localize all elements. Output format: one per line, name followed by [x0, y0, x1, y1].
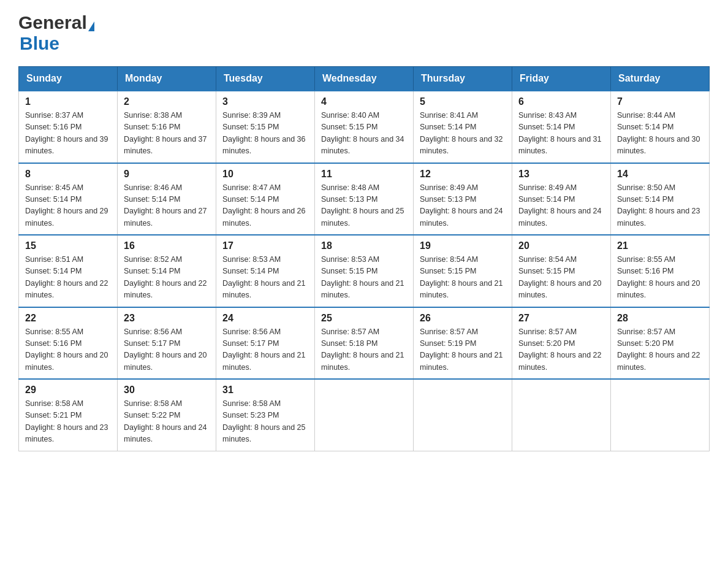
day-sun-info: Sunrise: 8:48 AMSunset: 5:13 PMDaylight:…	[321, 182, 407, 230]
weekday-header-thursday: Thursday	[414, 67, 512, 91]
day-number: 18	[321, 240, 407, 251]
logo-general: General	[18, 12, 87, 33]
calendar-cell-week4-day1: 22Sunrise: 8:55 AMSunset: 5:16 PMDayligh…	[19, 307, 118, 380]
day-sun-info: Sunrise: 8:46 AMSunset: 5:14 PMDaylight:…	[124, 182, 210, 230]
day-number: 15	[25, 240, 111, 251]
day-sun-info: Sunrise: 8:57 AMSunset: 5:18 PMDaylight:…	[321, 326, 407, 374]
day-sun-info: Sunrise: 8:40 AMSunset: 5:15 PMDaylight:…	[321, 110, 407, 158]
day-sun-info: Sunrise: 8:41 AMSunset: 5:14 PMDaylight:…	[420, 110, 506, 158]
calendar-cell-week2-day4: 11Sunrise: 8:48 AMSunset: 5:13 PMDayligh…	[315, 163, 414, 236]
day-sun-info: Sunrise: 8:50 AMSunset: 5:14 PMDaylight:…	[617, 182, 703, 230]
week-row-3: 15Sunrise: 8:51 AMSunset: 5:14 PMDayligh…	[19, 235, 710, 307]
weekday-header-saturday: Saturday	[611, 67, 710, 91]
calendar-cell-week2-day5: 12Sunrise: 8:49 AMSunset: 5:13 PMDayligh…	[414, 163, 512, 236]
calendar-cell-week3-day3: 17Sunrise: 8:53 AMSunset: 5:14 PMDayligh…	[216, 235, 315, 307]
logo-text: General	[18, 12, 94, 33]
calendar-cell-week5-day5	[414, 379, 512, 451]
logo-blue-text: Blue	[18, 33, 59, 54]
day-number: 22	[25, 313, 111, 324]
day-sun-info: Sunrise: 8:49 AMSunset: 5:14 PMDaylight:…	[518, 182, 604, 230]
calendar-cell-week5-day6	[512, 379, 611, 451]
day-number: 1	[25, 96, 111, 107]
day-sun-info: Sunrise: 8:57 AMSunset: 5:20 PMDaylight:…	[617, 326, 703, 374]
logo-triangle-icon	[88, 21, 94, 31]
day-number: 20	[518, 240, 604, 251]
logo: General Blue	[18, 12, 94, 54]
day-sun-info: Sunrise: 8:53 AMSunset: 5:14 PMDaylight:…	[222, 254, 308, 302]
calendar-cell-week1-day3: 3Sunrise: 8:39 AMSunset: 5:15 PMDaylight…	[216, 91, 315, 163]
day-number: 28	[617, 313, 703, 324]
day-number: 24	[222, 313, 308, 324]
day-number: 3	[222, 96, 308, 107]
calendar-cell-week4-day6: 27Sunrise: 8:57 AMSunset: 5:20 PMDayligh…	[512, 307, 611, 380]
day-sun-info: Sunrise: 8:55 AMSunset: 5:16 PMDaylight:…	[617, 254, 703, 302]
calendar-cell-week2-day7: 14Sunrise: 8:50 AMSunset: 5:14 PMDayligh…	[611, 163, 710, 236]
day-number: 31	[222, 385, 308, 396]
day-number: 29	[25, 385, 111, 396]
calendar-cell-week1-day7: 7Sunrise: 8:44 AMSunset: 5:14 PMDaylight…	[611, 91, 710, 163]
day-number: 16	[124, 240, 210, 251]
calendar-cell-week4-day5: 26Sunrise: 8:57 AMSunset: 5:19 PMDayligh…	[414, 307, 512, 380]
day-number: 25	[321, 313, 407, 324]
day-sun-info: Sunrise: 8:45 AMSunset: 5:14 PMDaylight:…	[25, 182, 111, 230]
weekday-header-monday: Monday	[118, 67, 216, 91]
calendar-cell-week2-day6: 13Sunrise: 8:49 AMSunset: 5:14 PMDayligh…	[512, 163, 611, 236]
weekday-header-friday: Friday	[512, 67, 611, 91]
calendar-cell-week1-day2: 2Sunrise: 8:38 AMSunset: 5:16 PMDaylight…	[118, 91, 216, 163]
day-number: 10	[222, 169, 308, 180]
day-number: 13	[518, 169, 604, 180]
page-header: General Blue	[18, 12, 710, 54]
day-number: 11	[321, 169, 407, 180]
calendar-cell-week3-day1: 15Sunrise: 8:51 AMSunset: 5:14 PMDayligh…	[19, 235, 118, 307]
day-sun-info: Sunrise: 8:58 AMSunset: 5:21 PMDaylight:…	[25, 398, 111, 446]
calendar-cell-week2-day1: 8Sunrise: 8:45 AMSunset: 5:14 PMDaylight…	[19, 163, 118, 236]
calendar-cell-week4-day4: 25Sunrise: 8:57 AMSunset: 5:18 PMDayligh…	[315, 307, 414, 380]
day-sun-info: Sunrise: 8:54 AMSunset: 5:15 PMDaylight:…	[420, 254, 506, 302]
day-number: 21	[617, 240, 703, 251]
calendar-cell-week1-day5: 5Sunrise: 8:41 AMSunset: 5:14 PMDaylight…	[414, 91, 512, 163]
calendar-cell-week2-day3: 10Sunrise: 8:47 AMSunset: 5:14 PMDayligh…	[216, 163, 315, 236]
day-sun-info: Sunrise: 8:39 AMSunset: 5:15 PMDaylight:…	[222, 110, 308, 158]
weekday-header-sunday: Sunday	[19, 67, 118, 91]
day-sun-info: Sunrise: 8:51 AMSunset: 5:14 PMDaylight:…	[25, 254, 111, 302]
weekday-header-row: SundayMondayTuesdayWednesdayThursdayFrid…	[19, 67, 710, 91]
calendar-cell-week1-day1: 1Sunrise: 8:37 AMSunset: 5:16 PMDaylight…	[19, 91, 118, 163]
week-row-1: 1Sunrise: 8:37 AMSunset: 5:16 PMDaylight…	[19, 91, 710, 163]
calendar-cell-week3-day7: 21Sunrise: 8:55 AMSunset: 5:16 PMDayligh…	[611, 235, 710, 307]
day-sun-info: Sunrise: 8:47 AMSunset: 5:14 PMDaylight:…	[222, 182, 308, 230]
week-row-4: 22Sunrise: 8:55 AMSunset: 5:16 PMDayligh…	[19, 307, 710, 380]
day-number: 9	[124, 169, 210, 180]
calendar-cell-week4-day3: 24Sunrise: 8:56 AMSunset: 5:17 PMDayligh…	[216, 307, 315, 380]
day-sun-info: Sunrise: 8:57 AMSunset: 5:20 PMDaylight:…	[518, 326, 604, 374]
calendar-cell-week2-day2: 9Sunrise: 8:46 AMSunset: 5:14 PMDaylight…	[118, 163, 216, 236]
day-number: 6	[518, 96, 604, 107]
weekday-header-tuesday: Tuesday	[216, 67, 315, 91]
calendar-cell-week5-day1: 29Sunrise: 8:58 AMSunset: 5:21 PMDayligh…	[19, 379, 118, 451]
calendar-cell-week3-day6: 20Sunrise: 8:54 AMSunset: 5:15 PMDayligh…	[512, 235, 611, 307]
day-number: 17	[222, 240, 308, 251]
day-sun-info: Sunrise: 8:53 AMSunset: 5:15 PMDaylight:…	[321, 254, 407, 302]
day-number: 23	[124, 313, 210, 324]
day-sun-info: Sunrise: 8:56 AMSunset: 5:17 PMDaylight:…	[124, 326, 210, 374]
day-sun-info: Sunrise: 8:58 AMSunset: 5:23 PMDaylight:…	[222, 398, 308, 446]
calendar-cell-week5-day2: 30Sunrise: 8:58 AMSunset: 5:22 PMDayligh…	[118, 379, 216, 451]
week-row-2: 8Sunrise: 8:45 AMSunset: 5:14 PMDaylight…	[19, 163, 710, 236]
calendar-cell-week3-day4: 18Sunrise: 8:53 AMSunset: 5:15 PMDayligh…	[315, 235, 414, 307]
day-sun-info: Sunrise: 8:38 AMSunset: 5:16 PMDaylight:…	[124, 110, 210, 158]
day-number: 7	[617, 96, 703, 107]
day-number: 5	[420, 96, 506, 107]
day-number: 27	[518, 313, 604, 324]
calendar-cell-week4-day2: 23Sunrise: 8:56 AMSunset: 5:17 PMDayligh…	[118, 307, 216, 380]
calendar-cell-week1-day4: 4Sunrise: 8:40 AMSunset: 5:15 PMDaylight…	[315, 91, 414, 163]
day-number: 14	[617, 169, 703, 180]
calendar-cell-week5-day7	[611, 379, 710, 451]
calendar-cell-week4-day7: 28Sunrise: 8:57 AMSunset: 5:20 PMDayligh…	[611, 307, 710, 380]
day-sun-info: Sunrise: 8:58 AMSunset: 5:22 PMDaylight:…	[124, 398, 210, 446]
day-number: 2	[124, 96, 210, 107]
calendar-cell-week1-day6: 6Sunrise: 8:43 AMSunset: 5:14 PMDaylight…	[512, 91, 611, 163]
week-row-5: 29Sunrise: 8:58 AMSunset: 5:21 PMDayligh…	[19, 379, 710, 451]
day-number: 26	[420, 313, 506, 324]
day-number: 12	[420, 169, 506, 180]
calendar-cell-week5-day4	[315, 379, 414, 451]
calendar-cell-week5-day3: 31Sunrise: 8:58 AMSunset: 5:23 PMDayligh…	[216, 379, 315, 451]
